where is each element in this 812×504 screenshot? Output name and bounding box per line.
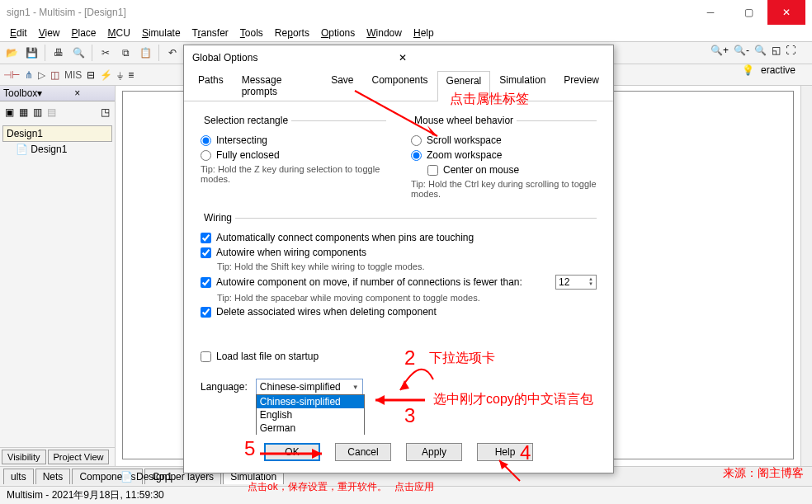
radio-intersecting[interactable]: Intersecting — [201, 133, 386, 148]
toolbox-title: Toolbox — [3, 87, 37, 99]
window-title: sign1 - Multisim - [Design1] — [7, 7, 692, 18]
connector-icon[interactable]: ⊟ — [87, 69, 95, 81]
undo-icon[interactable]: ↶ — [164, 45, 181, 61]
tbx-btn-4[interactable]: ▤ — [47, 106, 56, 118]
interactive-label: eractive — [761, 64, 795, 76]
toolbox-close-icon[interactable]: × — [71, 87, 111, 99]
preview-icon[interactable]: 🔍 — [70, 45, 87, 61]
copy-icon[interactable]: ⧉ — [117, 45, 134, 61]
save-icon[interactable]: 💾 — [23, 45, 40, 61]
tab-general[interactable]: General — [437, 71, 491, 101]
lang-opt-chinese[interactable]: Chinese-simplified — [257, 395, 364, 408]
selection-tip: Tip: Hold the Z key during selection to … — [201, 163, 386, 186]
toolbox-pin-icon[interactable]: ▾ — [37, 87, 71, 99]
help-button[interactable]: Help — [477, 443, 533, 461]
wiring-legend: Wiring — [201, 212, 235, 224]
wiring-group: Wiring Automatically connect components … — [201, 212, 597, 324]
menu-window[interactable]: Window — [361, 26, 407, 40]
bulb-icon[interactable]: 💡 — [742, 64, 754, 76]
fullscreen-icon[interactable]: ⛶ — [786, 45, 795, 56]
design-item[interactable]: 📄 Design1 — [2, 142, 112, 157]
menu-simulate[interactable]: Simulate — [137, 26, 186, 40]
language-combobox[interactable]: Chinese-simplified ▼ Chinese-simplified … — [256, 379, 363, 395]
open-icon[interactable]: 📂 — [3, 45, 20, 61]
menu-edit[interactable]: Edit — [5, 26, 32, 40]
diode-icon[interactable]: ⊣⊢ — [3, 69, 20, 81]
status-text: Multisim - 2021年9月18日, 11:59:30 — [7, 488, 164, 502]
wiring-tip1: Tip: Hold the Shift key while wiring to … — [201, 260, 597, 273]
connections-number-input[interactable]: 12▲▼ — [555, 275, 597, 290]
tab-paths[interactable]: Paths — [189, 70, 233, 101]
spinner-icon[interactable]: ▲▼ — [588, 276, 593, 288]
dialog-tabs: Paths Message prompts Save Components Ge… — [184, 70, 613, 101]
menu-tools[interactable]: Tools — [235, 26, 268, 40]
tab-visibility[interactable]: Visibility — [2, 450, 46, 464]
power-icon[interactable]: ⚡ — [100, 69, 112, 81]
language-dropdown: Chinese-simplified English German — [256, 394, 365, 435]
menu-help[interactable]: Help — [408, 26, 439, 40]
check-autowire-on-move[interactable]: Autowire component on move, if number of… — [201, 275, 549, 290]
tbx-btn-5[interactable]: ◳ — [101, 106, 110, 118]
print-icon[interactable]: 🖶 — [50, 45, 67, 61]
ground-icon[interactable]: ⏚ — [117, 69, 123, 81]
bus-icon[interactable]: ≡ — [128, 69, 134, 81]
check-center-on-mouse[interactable]: Center on mouse — [411, 163, 597, 177]
ic-icon[interactable]: ◫ — [50, 69, 59, 81]
btab-nets[interactable]: Nets — [35, 469, 71, 484]
wiring-tip2: Tip: Hold the spacebar while moving comp… — [201, 291, 597, 304]
menu-view[interactable]: View — [34, 26, 65, 40]
tbx-btn-2[interactable]: ▦ — [19, 106, 28, 118]
canvas-tab-bar: 📄 Design1 — [120, 471, 172, 483]
tab-message-prompts[interactable]: Message prompts — [233, 70, 322, 101]
menu-place[interactable]: Place — [67, 26, 102, 40]
tbx-btn-1[interactable]: ▣ — [5, 106, 14, 118]
status-bar: Multisim - 2021年9月18日, 11:59:30 — [0, 486, 812, 504]
dialog-titlebar: Global Options ✕ — [184, 45, 613, 70]
check-autowire[interactable]: Autowire when wiring components — [201, 245, 597, 260]
tab-project-view[interactable]: Project View — [48, 450, 110, 464]
lang-opt-german[interactable]: German — [257, 422, 364, 435]
zoom-area-icon[interactable]: ◱ — [772, 45, 781, 56]
canvas-tab[interactable]: Design1 — [136, 471, 172, 483]
menu-reports[interactable]: Reports — [270, 26, 314, 40]
menu-transfer[interactable]: Transfer — [187, 26, 234, 40]
right-toolbar: 💡 eractive — [742, 64, 795, 76]
tab-simulation[interactable]: Simulation — [490, 70, 555, 101]
tab-components[interactable]: Components — [363, 70, 437, 101]
radio-scroll-workspace[interactable]: Scroll workspace — [411, 133, 597, 148]
tab-preview[interactable]: Preview — [555, 70, 608, 101]
menu-options[interactable]: Options — [316, 26, 360, 40]
chevron-down-icon: ▼ — [352, 384, 359, 391]
tab-save[interactable]: Save — [322, 70, 362, 101]
opamp-icon[interactable]: ▷ — [38, 69, 45, 81]
check-load-last-file[interactable]: Load last file on startup — [201, 349, 597, 364]
tbx-btn-3[interactable]: ▥ — [33, 106, 42, 118]
lang-opt-english[interactable]: English — [257, 408, 364, 422]
check-delete-wires[interactable]: Delete associated wires when deleting co… — [201, 304, 597, 319]
radio-zoom-workspace[interactable]: Zoom workspace — [411, 148, 597, 163]
btab-results[interactable]: ults — [3, 469, 34, 484]
design-root[interactable]: Design1 — [2, 125, 112, 142]
cut-icon[interactable]: ✂ — [97, 45, 114, 61]
cancel-button[interactable]: Cancel — [335, 443, 391, 461]
transistor-icon[interactable]: ⋔ — [25, 69, 33, 81]
ok-button[interactable]: OK — [264, 443, 320, 461]
radio-fully-enclosed[interactable]: Fully enclosed — [201, 148, 386, 163]
check-auto-connect[interactable]: Automatically connect components when pi… — [201, 230, 597, 245]
zoom-fit-icon[interactable]: 🔍 — [754, 45, 767, 56]
right-gutter — [800, 86, 812, 466]
language-label: Language: — [201, 381, 248, 393]
zoom-toolbar: 🔍+ 🔍- 🔍 ◱ ⛶ — [710, 45, 795, 56]
zoom-out-icon[interactable]: 🔍- — [734, 45, 749, 56]
toolbox-panel: Toolbox ▾ × ▣ ▦ ▥ ▤ ◳ Design1 📄 Design1 … — [0, 86, 116, 466]
paste-icon[interactable]: 📋 — [137, 45, 153, 61]
menu-mcu[interactable]: MCU — [103, 26, 135, 40]
apply-button[interactable]: Apply — [406, 443, 462, 461]
dialog-button-row: OK Cancel Apply Help — [184, 435, 613, 473]
misc-icon[interactable]: MIS — [64, 69, 82, 81]
minimize-button[interactable]: ─ — [692, 0, 729, 25]
zoom-in-icon[interactable]: 🔍+ — [710, 45, 729, 56]
maximize-button[interactable]: ▢ — [729, 0, 767, 25]
dialog-close-icon[interactable]: ✕ — [399, 52, 605, 64]
close-button[interactable]: ✕ — [767, 0, 805, 25]
